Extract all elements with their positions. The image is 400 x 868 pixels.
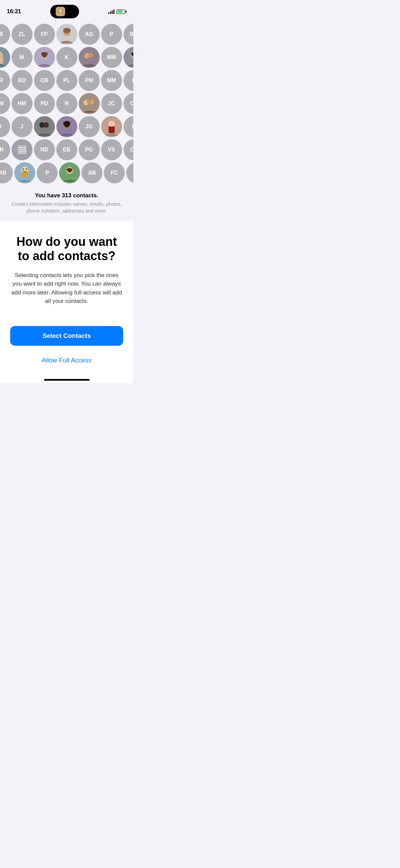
avatar-AG[interactable]: AG: [79, 24, 100, 45]
contacts-grid: S PB ZL FP AG P BM PE RY: [0, 21, 133, 191]
avatar-CL[interactable]: CL: [123, 93, 134, 114]
avatar-photo-couple[interactable]: [34, 116, 55, 137]
avatar-CT[interactable]: CT: [126, 162, 133, 183]
avatar-building[interactable]: [12, 139, 33, 160]
select-contacts-button[interactable]: Select Contacts: [10, 326, 123, 346]
avatar-D[interactable]: D: [0, 116, 10, 137]
avatar-photo-group[interactable]: [79, 47, 100, 68]
status-time: 16:21: [7, 8, 21, 15]
avatar-E[interactable]: E: [123, 116, 134, 137]
avatar-PB[interactable]: PB: [0, 24, 10, 45]
avatar-AB2[interactable]: AB: [81, 162, 102, 183]
avatar-photo-man[interactable]: [56, 24, 77, 45]
contacts-row-2: RY M K M: [5, 47, 129, 68]
avatar-photo-cartoon[interactable]: [14, 162, 35, 183]
status-indicators: [108, 9, 127, 14]
svg-point-5: [63, 28, 71, 33]
avatar-J[interactable]: J: [12, 116, 33, 137]
avatar-EB[interactable]: EB: [56, 139, 77, 160]
avatar-MM[interactable]: MM: [101, 47, 122, 68]
contacts-row-1: S PB ZL FP AG P BM PE: [5, 24, 129, 45]
avatar-LR[interactable]: LR: [0, 70, 10, 91]
avatar-photo-3[interactable]: [34, 47, 55, 68]
avatar-P3[interactable]: P: [37, 162, 58, 183]
battery-icon: [116, 10, 127, 14]
avatar-JG[interactable]: JG: [79, 116, 100, 137]
svg-rect-32: [23, 147, 25, 148]
avatar-photo-5[interactable]: [123, 47, 134, 68]
home-indicator-area: [10, 375, 123, 383]
contacts-row-5: MC D J JG: [5, 116, 129, 137]
contacts-row-6: JF QR ND EB PG VS CY PA: [5, 139, 129, 160]
svg-rect-38: [23, 151, 25, 152]
contact-count-desc: Contact information includes names, emai…: [7, 201, 127, 214]
contacts-row-7: RE AB P AB FC CT +25: [5, 162, 129, 183]
avatar-PM[interactable]: PM: [79, 70, 100, 91]
avatar-M[interactable]: M: [12, 47, 33, 68]
svg-rect-37: [21, 151, 23, 152]
avatar-ZL[interactable]: ZL: [12, 24, 33, 45]
svg-point-43: [22, 168, 24, 170]
avatar-photo-woman[interactable]: [56, 116, 77, 137]
dynamic-island-dots: ···: [68, 9, 74, 14]
avatar-PL[interactable]: PL: [56, 70, 77, 91]
svg-rect-30: [19, 147, 21, 148]
allow-full-access-button[interactable]: Allow Full Access: [10, 352, 123, 368]
avatar-photo-group2[interactable]: [79, 93, 100, 114]
svg-point-1: [59, 10, 61, 12]
contact-count-section: You have 313 contacts. Contact informati…: [0, 191, 133, 221]
avatar-JC[interactable]: JC: [101, 93, 122, 114]
avatar-photo-2[interactable]: [0, 47, 10, 68]
svg-rect-33: [19, 149, 21, 150]
main-description: Selecting contacts lets you pick the one…: [10, 271, 123, 306]
contacts-row-3: CA LR BD CB PL PM MM P VB: [5, 70, 129, 91]
svg-rect-34: [21, 149, 23, 150]
dynamic-island: ···: [50, 5, 79, 18]
avatar-CY[interactable]: CY: [123, 139, 134, 160]
main-card: How do you want to add contacts? Selecti…: [0, 221, 133, 383]
svg-rect-35: [23, 149, 25, 150]
podcast-app-icon: [56, 7, 65, 16]
avatar-VS[interactable]: VS: [101, 139, 122, 160]
contact-count-title: You have 313 contacts.: [7, 192, 127, 199]
avatar-PD[interactable]: PD: [34, 93, 55, 114]
svg-point-19: [87, 99, 92, 104]
svg-point-44: [26, 168, 27, 170]
avatar-QR[interactable]: QR: [0, 139, 10, 160]
avatar-ND[interactable]: ND: [34, 139, 55, 160]
avatar-R[interactable]: R: [56, 93, 77, 114]
home-bar: [44, 379, 90, 381]
avatar-P2[interactable]: P: [123, 70, 134, 91]
avatar-BM[interactable]: BM: [123, 24, 134, 45]
svg-rect-31: [21, 147, 23, 148]
svg-rect-27: [109, 126, 115, 133]
svg-point-22: [43, 122, 49, 128]
avatar-photo-man2[interactable]: [101, 116, 122, 137]
avatar-photo-outdoor[interactable]: [59, 162, 80, 183]
contacts-row-4: LD CM HM PD R JC CL JT: [5, 93, 129, 114]
main-question: How do you want to add contacts?: [10, 235, 123, 263]
avatar-FP[interactable]: FP: [34, 24, 55, 45]
avatar-CM[interactable]: CM: [0, 93, 10, 114]
avatar-K[interactable]: K: [56, 47, 77, 68]
svg-rect-36: [19, 151, 21, 152]
avatar-PG[interactable]: PG: [79, 139, 100, 160]
signal-icon: [108, 9, 114, 14]
avatar-BD[interactable]: BD: [12, 70, 33, 91]
avatar-P[interactable]: P: [101, 24, 122, 45]
avatar-CB[interactable]: CB: [34, 70, 55, 91]
avatar-HM[interactable]: HM: [12, 93, 33, 114]
avatar-MM2[interactable]: MM: [101, 70, 122, 91]
svg-point-28: [109, 121, 115, 127]
svg-rect-42: [22, 172, 28, 177]
status-bar: 16:21 ···: [0, 0, 133, 21]
avatar-AB[interactable]: AB: [0, 162, 13, 183]
avatar-FC[interactable]: FC: [104, 162, 125, 183]
svg-point-13: [89, 53, 93, 57]
svg-rect-8: [0, 57, 3, 64]
